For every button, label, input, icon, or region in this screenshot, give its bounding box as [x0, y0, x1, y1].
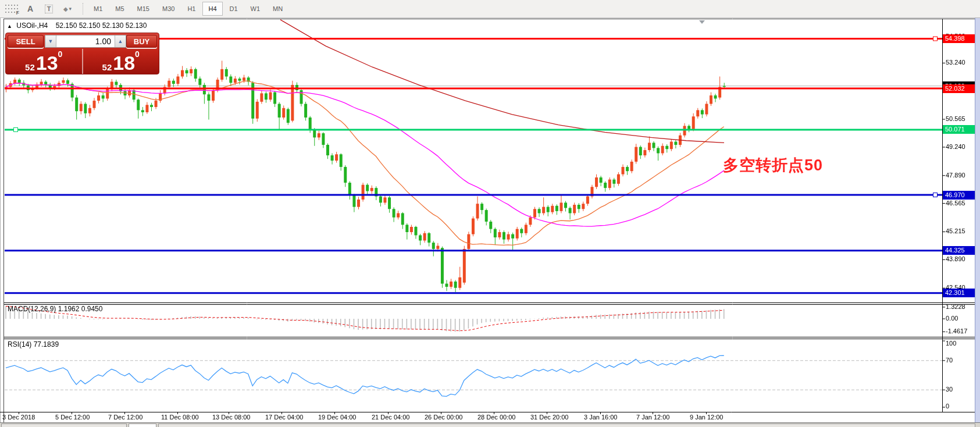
rsi-label: RSI(14) 77.1839: [8, 340, 59, 348]
buy-button[interactable]: BUY: [126, 35, 157, 48]
date-axis-label: 9 Jan 12:00: [690, 414, 724, 421]
price-tick-label: 47.890: [946, 172, 965, 179]
volume-stepper: ▼ 1.00 ▲: [45, 35, 126, 48]
timeframe-m15-button[interactable]: M15: [131, 2, 155, 16]
level-price-label: 42.301: [943, 289, 975, 297]
timeframe-m5-button[interactable]: M5: [109, 2, 130, 16]
chart-annotation: 多空转折点50: [723, 155, 823, 176]
volume-increase-button[interactable]: ▲: [115, 35, 126, 47]
price-tick-label: 43.890: [946, 255, 965, 262]
date-axis-label: 7 Dec 12:00: [108, 414, 142, 421]
one-click-trading-panel: SELL ▼ 1.00 ▲ BUY 52130 52180: [5, 33, 159, 74]
timeframe-m30-button[interactable]: M30: [156, 2, 180, 16]
timeframe-d1-button[interactable]: D1: [224, 2, 244, 16]
chevron-down-icon: ▾: [69, 6, 72, 12]
date-axis-label: 13 Dec 08:00: [212, 414, 250, 421]
date-axis-label: 11 Dec 08:00: [161, 414, 199, 421]
price-tick-label: 45.215: [946, 227, 965, 234]
buy-price-display[interactable]: 52180: [82, 49, 159, 74]
chart-title: ▲ USOil-,H4 52.150 52.150 52.130 52.130: [7, 22, 147, 30]
sell-price-display[interactable]: 52130: [6, 49, 82, 74]
volume-decrease-button[interactable]: ▼: [45, 35, 56, 47]
date-axis-label: 19 Dec 04:00: [318, 414, 356, 421]
price-tick-label: 53.240: [946, 59, 965, 66]
date-axis-label: 26 Dec 00:00: [425, 414, 462, 421]
fibonacci-tool-button[interactable]: F: [4, 2, 19, 16]
date-axis-label: 31 Dec 20:00: [530, 414, 568, 421]
fibonacci-icon: F: [5, 4, 18, 13]
date-axis-label: 28 Dec 00:00: [477, 414, 515, 421]
timeframe-mn-button[interactable]: MN: [267, 2, 288, 16]
toolbar-separator: [83, 3, 84, 15]
date-axis-label: 17 Dec 04:00: [265, 414, 303, 421]
rsi-tick-label: 100: [946, 340, 956, 347]
macd-tick-label: -1.4617: [946, 328, 967, 335]
level-price-label: 46.970: [943, 191, 975, 200]
collapse-triangle-icon[interactable]: ▲: [7, 23, 12, 29]
date-axis-label: 5 Dec 12:00: [55, 414, 90, 421]
volume-value[interactable]: 1.00: [56, 35, 115, 47]
macd-label: MACD(12,26,9) 1.1962 0.9450: [8, 305, 102, 313]
date-axis-label: 7 Jan 12:00: [636, 414, 670, 421]
chart-tab[interactable]: [158, 424, 975, 427]
level-price-label: 54.398: [943, 34, 975, 43]
vertical-scrollbar[interactable]: [975, 17, 980, 427]
text-icon: T: [45, 5, 54, 13]
macd-tick-label: 0.00: [946, 315, 958, 322]
chart-tab[interactable]: [1, 424, 127, 427]
level-price-label: 44.325: [943, 246, 975, 255]
price-tick-label: 49.240: [946, 143, 965, 150]
price-tick-label: 50.565: [946, 115, 965, 122]
chart-tab-selected[interactable]: [129, 424, 156, 427]
level-price-label: 52.032: [943, 84, 975, 93]
timeframe-w1-button[interactable]: W1: [245, 2, 266, 16]
timeframe-m1-button[interactable]: M1: [88, 2, 108, 16]
text-tool-button[interactable]: T: [41, 2, 56, 16]
sell-button[interactable]: SELL: [8, 35, 44, 48]
shapes-tool-button[interactable]: ◆▾: [60, 2, 75, 16]
toolbar: FAT◆▾ M1M5M15M30H1H4D1W1MN: [0, 0, 980, 18]
shapes-icon: ◆: [63, 6, 68, 12]
macd-tick-label: 1.3228: [946, 303, 965, 310]
rsi-tick-label: 70: [946, 357, 953, 364]
trading-terminal-window: FAT◆▾ M1M5M15M30H1H4D1W1MN ▲ USOil-,H4 5…: [0, 0, 980, 427]
timeframe-h4-button[interactable]: H4: [202, 2, 222, 16]
timeframe-h1-button[interactable]: H1: [181, 2, 201, 16]
text-label-icon[interactable]: A: [23, 2, 38, 16]
symbol-timeframe-label: USOil-,H4: [16, 22, 48, 30]
date-axis-label: 3 Jan 16:00: [584, 414, 618, 421]
bottom-tab-bar: [0, 422, 980, 427]
ohlc-values: 52.150 52.150 52.130 52.130: [56, 22, 147, 30]
rsi-tick-label: 30: [946, 386, 953, 393]
price-tick-label: 46.565: [946, 200, 965, 207]
level-price-label: 50.071: [943, 125, 975, 134]
date-axis-label: 21 Dec 04:00: [372, 414, 409, 421]
rsi-tick-label: 0: [946, 403, 949, 410]
date-axis-label: 3 Dec 2018: [2, 414, 35, 421]
